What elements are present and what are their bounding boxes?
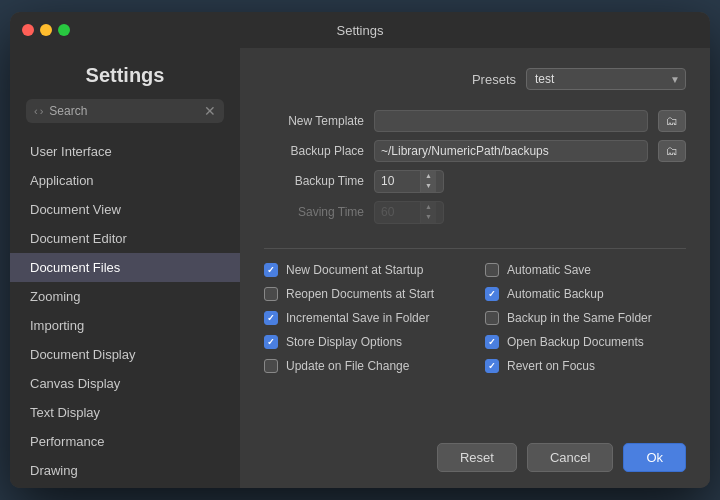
checkbox-box-revert-focus[interactable] (485, 359, 499, 373)
checkbox-automatic-save[interactable]: Automatic Save (485, 263, 686, 277)
backup-time-input-wrap: ▲ ▼ (374, 170, 444, 193)
sidebar-item-document-view[interactable]: Document View (10, 195, 240, 224)
close-button[interactable] (22, 24, 34, 36)
checkbox-box-reopen-docs[interactable] (264, 287, 278, 301)
backup-time-row: Backup Time ▲ ▼ (264, 170, 686, 193)
checkbox-label-new-doc-startup: New Document at Startup (286, 263, 423, 277)
sidebar-item-zooming[interactable]: Zooming (10, 282, 240, 311)
sidebar-item-performance[interactable]: Performance (10, 427, 240, 456)
checkbox-box-store-display[interactable] (264, 335, 278, 349)
new-template-input[interactable] (374, 110, 648, 132)
checkbox-new-doc-startup[interactable]: New Document at Startup (264, 263, 465, 277)
checkbox-box-incremental-save[interactable] (264, 311, 278, 325)
titlebar: Settings (10, 12, 710, 48)
reset-button[interactable]: Reset (437, 443, 517, 472)
search-nav-icons: ‹ › (34, 105, 43, 117)
checkbox-box-automatic-backup[interactable] (485, 287, 499, 301)
content-area: Settings ‹ › Search ✕ User InterfaceAppl… (10, 48, 710, 488)
checkbox-incremental-save[interactable]: Incremental Save in Folder (264, 311, 465, 325)
backup-place-row: Backup Place 🗂 (264, 140, 686, 162)
checkbox-label-automatic-backup: Automatic Backup (507, 287, 604, 301)
buttons-row: Reset Cancel Ok (264, 433, 686, 472)
checkbox-automatic-backup[interactable]: Automatic Backup (485, 287, 686, 301)
checkbox-backup-same-folder[interactable]: Backup in the Same Folder (485, 311, 686, 325)
sidebar-item-document-files[interactable]: Document Files (10, 253, 240, 282)
window-title: Settings (337, 23, 384, 38)
backup-place-label: Backup Place (264, 144, 364, 158)
sidebar-item-drawing[interactable]: Drawing (10, 456, 240, 478)
window-controls (22, 24, 70, 36)
new-template-label: New Template (264, 114, 364, 128)
maximize-button[interactable] (58, 24, 70, 36)
checkbox-reopen-docs[interactable]: Reopen Documents at Start (264, 287, 465, 301)
presets-select[interactable]: test (526, 68, 686, 90)
backup-time-label: Backup Time (264, 174, 364, 188)
checkboxes-grid: New Document at StartupAutomatic SaveReo… (264, 263, 686, 373)
checkbox-label-open-backup: Open Backup Documents (507, 335, 644, 349)
checkbox-box-update-file-change[interactable] (264, 359, 278, 373)
backup-time-input[interactable] (375, 171, 420, 191)
form-section: New Template 🗂 Backup Place 🗂 Backup Tim… (264, 110, 686, 224)
sidebar-title: Settings (26, 64, 224, 87)
settings-window: Settings Settings ‹ › Search ✕ User Inte… (10, 12, 710, 488)
checkbox-label-automatic-save: Automatic Save (507, 263, 591, 277)
sidebar-nav: User InterfaceApplicationDocument ViewDo… (10, 133, 240, 478)
checkbox-label-store-display: Store Display Options (286, 335, 402, 349)
backup-time-stepper: ▲ ▼ (420, 171, 436, 192)
sidebar-item-document-editor[interactable]: Document Editor (10, 224, 240, 253)
sidebar-item-application[interactable]: Application (10, 166, 240, 195)
saving-time-stepper: ▲ ▼ (420, 202, 436, 223)
checkbox-update-file-change[interactable]: Update on File Change (264, 359, 465, 373)
divider (264, 248, 686, 249)
new-template-row: New Template 🗂 (264, 110, 686, 132)
saving-time-down[interactable]: ▼ (421, 212, 436, 222)
sidebar-item-canvas-display[interactable]: Canvas Display (10, 369, 240, 398)
checkbox-label-backup-same-folder: Backup in the Same Folder (507, 311, 652, 325)
checkbox-box-automatic-save[interactable] (485, 263, 499, 277)
new-template-folder-btn[interactable]: 🗂 (658, 110, 686, 132)
backup-time-down[interactable]: ▼ (421, 181, 436, 191)
checkbox-label-revert-focus: Revert on Focus (507, 359, 595, 373)
ok-button[interactable]: Ok (623, 443, 686, 472)
checkbox-box-new-doc-startup[interactable] (264, 263, 278, 277)
sidebar-item-document-display[interactable]: Document Display (10, 340, 240, 369)
forward-icon: › (40, 105, 44, 117)
checkbox-label-reopen-docs: Reopen Documents at Start (286, 287, 434, 301)
sidebar-item-user-interface[interactable]: User Interface (10, 137, 240, 166)
back-icon: ‹ (34, 105, 38, 117)
saving-time-row: Saving Time ▲ ▼ (264, 201, 686, 224)
minimize-button[interactable] (40, 24, 52, 36)
search-bar[interactable]: ‹ › Search ✕ (26, 99, 224, 123)
saving-time-input-wrap: ▲ ▼ (374, 201, 444, 224)
sidebar: Settings ‹ › Search ✕ User InterfaceAppl… (10, 48, 240, 488)
presets-select-wrap: test ▼ (526, 68, 686, 90)
presets-row: Presets test ▼ (264, 68, 686, 90)
sidebar-item-importing[interactable]: Importing (10, 311, 240, 340)
sidebar-item-text-display[interactable]: Text Display (10, 398, 240, 427)
saving-time-up[interactable]: ▲ (421, 202, 436, 212)
search-placeholder: Search (49, 104, 198, 118)
cancel-button[interactable]: Cancel (527, 443, 613, 472)
checkbox-revert-focus[interactable]: Revert on Focus (485, 359, 686, 373)
saving-time-label: Saving Time (264, 205, 364, 219)
checkbox-box-open-backup[interactable] (485, 335, 499, 349)
backup-place-folder-btn[interactable]: 🗂 (658, 140, 686, 162)
main-panel: Presets test ▼ New Template 🗂 Backup Pla… (240, 48, 710, 488)
checkbox-store-display[interactable]: Store Display Options (264, 335, 465, 349)
presets-label: Presets (472, 72, 516, 87)
checkbox-label-update-file-change: Update on File Change (286, 359, 409, 373)
backup-place-input[interactable] (374, 140, 648, 162)
checkbox-open-backup[interactable]: Open Backup Documents (485, 335, 686, 349)
sidebar-header: Settings ‹ › Search ✕ (10, 48, 240, 133)
search-clear-icon[interactable]: ✕ (204, 103, 216, 119)
saving-time-input[interactable] (375, 202, 420, 222)
checkbox-box-backup-same-folder[interactable] (485, 311, 499, 325)
backup-time-up[interactable]: ▲ (421, 171, 436, 181)
checkbox-label-incremental-save: Incremental Save in Folder (286, 311, 429, 325)
